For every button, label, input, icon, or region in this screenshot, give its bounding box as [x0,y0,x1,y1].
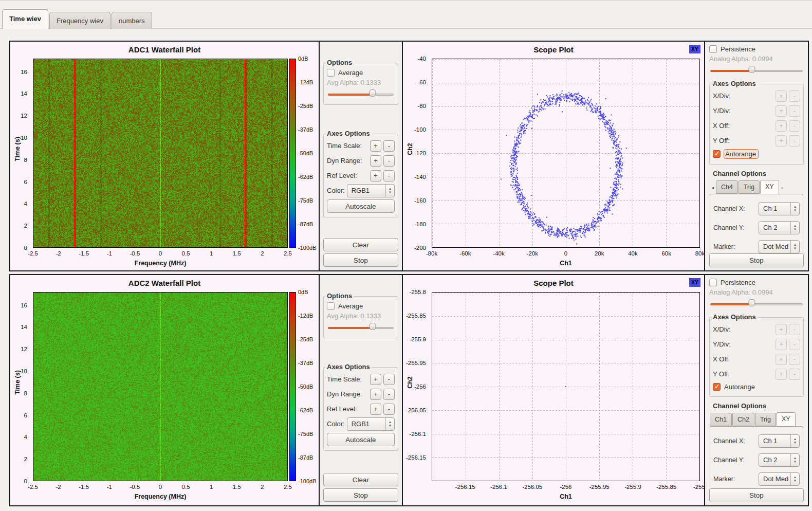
tick-label: 40k [628,250,638,257]
analog-alpha-slider[interactable] [710,66,803,76]
spinner-arrows-icon[interactable]: ▲▼ [790,454,799,466]
x-off-row: X Off: + - [713,352,800,367]
tab-scroll-left-icon[interactable]: ◂ [710,185,716,194]
ref-level-plus-button[interactable]: + [370,170,381,181]
channel-y-row: Channel Y: Ch 2 ▲▼ [713,453,800,467]
persistence-checkbox-row[interactable]: Persistence [709,45,804,53]
spinner-arrows-icon[interactable]: ▲▼ [790,203,799,215]
y-off-label: Y Off: [713,137,773,144]
spinner-arrows-icon[interactable]: ▲▼ [790,473,799,485]
autorange-checkbox[interactable] [713,383,721,391]
adc2-stop-button[interactable]: Stop [323,488,398,502]
channel-x-select[interactable]: Ch 1 ▲▼ [759,434,800,448]
tick-label: -1.5 [79,250,89,257]
slider-fill [328,94,373,96]
tick-label: -256.1 [409,431,426,437]
tick-label: 0.5 [182,250,190,257]
slider-handle[interactable] [370,89,376,97]
ref-level-plus-button[interactable]: + [370,404,381,415]
adc1-clear-button[interactable]: Clear [323,238,398,251]
dyn-range-minus-button[interactable]: - [383,389,395,400]
channel-tab-trig[interactable]: Trig [739,180,760,194]
ref-level-minus-button[interactable]: - [383,404,395,415]
channel-x-select[interactable]: Ch 1 ▲▼ [759,202,800,215]
scope1-canvas [432,59,700,248]
spinner-arrows-icon[interactable]: ▲▼ [790,241,799,253]
color-select[interactable]: RGB1 ▲▼ [347,184,395,197]
autorange-label: Autorange [724,383,755,391]
tick-label: -255.95 [589,484,610,490]
persistence-checkbox[interactable] [709,45,717,53]
spinner-arrows-icon[interactable]: ▲▼ [790,435,799,447]
adc1-waterfall-canvas [33,59,288,248]
autoscale-button[interactable]: Autoscale [327,433,395,446]
time-scale-minus-button[interactable]: - [383,140,395,152]
autoscale-button[interactable]: Autoscale [327,199,395,213]
spinner-arrows-icon[interactable]: ▲▼ [385,418,394,430]
adc1-stop-button[interactable]: Stop [323,253,398,267]
average-checkbox[interactable] [327,302,335,310]
tick-label: 6 [24,412,27,418]
channel-tab-ch1[interactable]: Ch1 [710,413,732,426]
analog-alpha-label: Analog Alpha: 0.0994 [709,55,804,63]
dyn-range-plus-button[interactable]: + [370,155,381,167]
tab-frequency-view[interactable]: Frequency wiev [49,12,110,29]
spinner-arrows-icon[interactable]: ▲▼ [790,222,799,234]
avg-alpha-slider[interactable] [328,89,394,99]
tick-label: -140 [414,174,426,180]
avg-alpha-slider[interactable] [328,323,394,333]
avg-alpha-label: Avg Alpha: 0.1333 [327,79,395,86]
channel-y-select[interactable]: Ch 2 ▲▼ [759,221,800,234]
time-scale-plus-button[interactable]: + [370,374,381,385]
ref-level-minus-button[interactable]: - [383,170,395,181]
slider-handle[interactable] [749,66,755,73]
marker-select[interactable]: Dot Med ▲▼ [759,472,800,486]
persistence-checkbox-row[interactable]: Persistence [709,279,804,286]
channel-tab-trig[interactable]: Trig [755,413,776,426]
autorange-checkbox[interactable] [713,150,721,158]
adc2-clear-button[interactable]: Clear [323,473,398,486]
average-checkbox-row[interactable]: Average [327,69,395,77]
tick-label: -256.15 [455,484,475,490]
dyn-range-minus-button[interactable]: - [383,155,395,167]
tick-label: -180 [414,221,426,227]
tab-time-view[interactable]: Time wiev [2,9,48,29]
channel-tab-xy[interactable]: XY [760,180,779,194]
colorbar-tick-label: -75dB [298,197,313,204]
dyn-range-plus-button[interactable]: + [370,389,381,400]
tab-numbers[interactable]: numbers [112,12,152,29]
time-scale-minus-button[interactable]: - [383,374,395,385]
time-scale-plus-button[interactable]: + [370,140,381,152]
tick-label: 16 [21,69,27,75]
slider-fill [710,70,752,72]
average-checkbox-row[interactable]: Average [327,302,395,310]
channel-x-value: Ch 1 [759,203,790,215]
average-checkbox[interactable] [327,69,335,77]
tick-label: -2.5 [28,484,38,490]
channel-tab-ch2[interactable]: Ch2 [732,413,754,426]
scope2-y-ticks: -255.8-255.85-255.9-255.95-256-256.05-25… [403,292,430,481]
autorange-checkbox-row[interactable]: Autorange [713,383,800,391]
colorbar-tick-label: -37dB [298,360,313,366]
y-div-row: Y/Div: + - [713,103,800,118]
slider-handle[interactable] [370,323,376,330]
channel-tab-xy[interactable]: XY [777,412,796,427]
tick-label: 2 [261,250,264,257]
channel-tab-ch4[interactable]: Ch4 [716,180,738,194]
tick-label: -256.05 [522,484,542,490]
x-div-minus-button: - [789,90,800,102]
tick-label: 14 [21,324,27,330]
channel-y-select[interactable]: Ch 2 ▲▼ [759,453,800,467]
tick-label: 6 [24,179,27,185]
x-div-plus-button: + [776,90,787,102]
persistence-checkbox[interactable] [709,279,717,286]
scope1-stop-button[interactable]: Stop [709,253,804,267]
color-select[interactable]: RGB1 ▲▼ [347,417,395,431]
slider-handle[interactable] [749,299,755,306]
marker-select[interactable]: Dot Med ▲▼ [759,240,800,253]
analog-alpha-slider[interactable] [710,299,803,309]
autorange-checkbox-row[interactable]: Autorange [713,150,800,158]
spinner-arrows-icon[interactable]: ▲▼ [385,185,394,197]
tick-label: 10 [21,368,27,374]
scope2-stop-button[interactable]: Stop [709,488,804,502]
